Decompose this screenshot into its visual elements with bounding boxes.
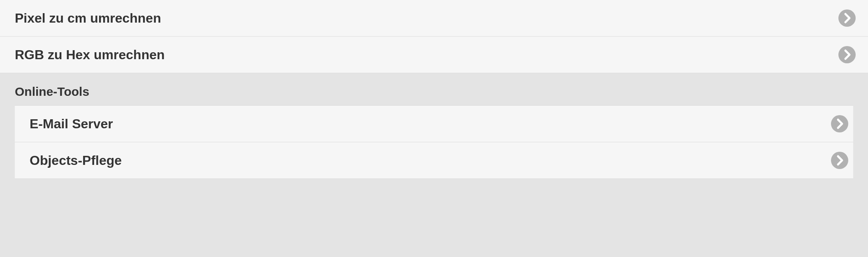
list-item-label: Objects-Pflege: [30, 153, 122, 168]
list-item-rgb-hex[interactable]: RGB zu Hex umrechnen: [0, 36, 868, 73]
list-item-pixel-cm[interactable]: Pixel zu cm umrechnen: [0, 0, 868, 37]
chevron-right-icon: [831, 115, 848, 132]
chevron-right-icon: [838, 9, 856, 27]
list-item-label: Pixel zu cm umrechnen: [15, 11, 161, 26]
chevron-right-icon: [838, 46, 856, 63]
top-list: Pixel zu cm umrechnen RGB zu Hex umrechn…: [0, 0, 868, 73]
chevron-right-icon: [831, 152, 848, 169]
list-item-email-server[interactable]: E-Mail Server: [15, 105, 853, 142]
section-header-online-tools: Online-Tools: [0, 73, 868, 105]
list-item-label: RGB zu Hex umrechnen: [15, 47, 165, 63]
sublist-online-tools: E-Mail Server Objects-Pflege: [0, 105, 868, 179]
list-item-objects-pflege[interactable]: Objects-Pflege: [15, 142, 853, 179]
list-item-label: E-Mail Server: [30, 116, 113, 132]
